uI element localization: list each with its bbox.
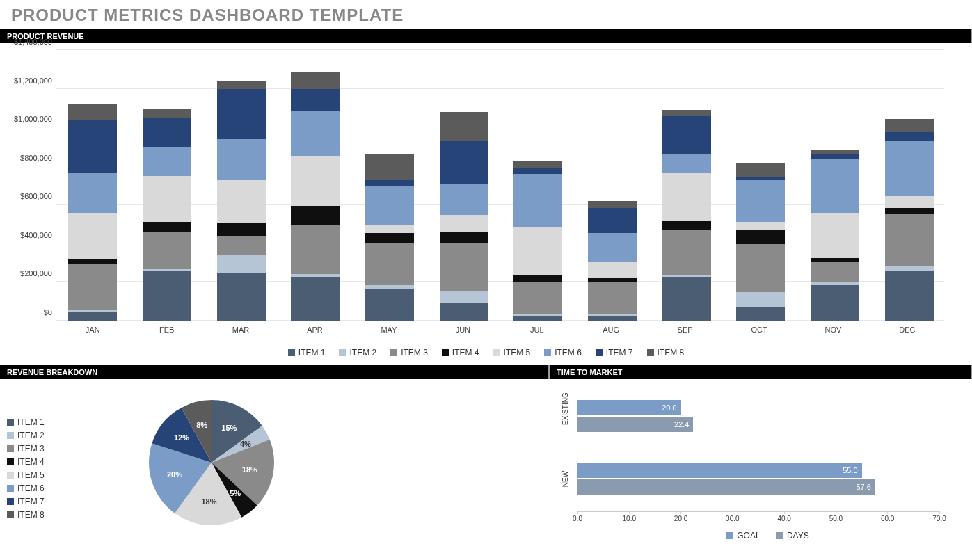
bar-segment <box>217 81 266 89</box>
x-axis-label: FEB <box>129 321 203 342</box>
bar-segment <box>513 227 562 275</box>
bar-segment <box>513 282 562 314</box>
y-axis-label: $1,000,000 <box>7 115 52 123</box>
legend-days: DAYS <box>776 531 809 541</box>
hbar: 57.6 <box>577 479 875 495</box>
pie-legend-item: ITEM 6 <box>7 483 45 493</box>
hbar-legend: GOAL DAYS <box>577 525 958 547</box>
bar-segment <box>217 223 266 236</box>
bar-segment <box>440 243 488 291</box>
product-revenue-chart: $0$200,000$400,000$600,000$800,000$1,000… <box>0 43 972 361</box>
bar-segment <box>217 273 266 321</box>
bar-segment <box>885 196 934 208</box>
bar-segment <box>440 184 488 215</box>
x-axis-label: OCT <box>722 321 796 342</box>
pie-legend-item: ITEM 2 <box>7 431 45 440</box>
bar-segment <box>513 174 562 227</box>
hbar: 55.0 <box>577 463 862 478</box>
bar-segment <box>885 214 934 266</box>
bar-segment <box>588 262 637 278</box>
x-axis-label: MAR <box>204 321 278 342</box>
pie-label: 18% <box>241 465 257 474</box>
bar-chart-legend: ITEM 1ITEM 2ITEM 3ITEM 4ITEM 5ITEM 6ITEM… <box>14 342 958 361</box>
bar-segment <box>736 292 785 307</box>
x-axis-label: MAY <box>352 321 426 342</box>
bar-segment <box>291 225 340 274</box>
hbar-ylabel: EXISTING <box>561 408 569 425</box>
bar-segment <box>143 232 191 269</box>
bar-segment <box>662 154 711 172</box>
bar-sep <box>662 110 711 321</box>
pie-legend-item: ITEM 1 <box>7 417 45 427</box>
bar-segment <box>291 89 340 111</box>
section-header-ttm: TIME TO MARKET <box>550 365 972 379</box>
bar-segment <box>291 277 340 321</box>
hbar-xtick: 70.0 <box>932 515 946 522</box>
revenue-breakdown-chart: ITEM 1ITEM 2ITEM 3ITEM 4ITEM 5ITEM 6ITEM… <box>0 379 550 532</box>
bar-mar <box>217 81 266 321</box>
bar-segment <box>440 291 488 303</box>
hbar-xtick: 50.0 <box>829 515 843 522</box>
page-title: PRODUCT METRICS DASHBOARD TEMPLATE <box>0 0 972 29</box>
pie-label: 5% <box>230 489 241 497</box>
pie-legend-item: ITEM 3 <box>7 444 45 454</box>
bar-segment <box>217 236 266 255</box>
bar-segment <box>68 312 117 321</box>
y-axis-label: $600,000 <box>7 192 52 200</box>
bar-segment <box>736 180 785 222</box>
bar-segment <box>68 259 117 264</box>
bar-jun <box>440 112 488 321</box>
section-header-breakdown: REVENUE BREAKDOWN <box>0 365 550 379</box>
bar-segment <box>440 141 488 184</box>
bar-segment <box>588 201 637 208</box>
y-axis-label: $1,400,000 <box>7 38 52 46</box>
bar-segment <box>365 180 414 187</box>
bar-segment <box>68 120 117 173</box>
hbar-xtick: 30.0 <box>726 515 739 522</box>
pie-legend-item: ITEM 7 <box>7 497 45 506</box>
hbar-xtick: 40.0 <box>777 515 790 522</box>
y-axis-label: $200,000 <box>7 269 52 278</box>
hbar-xtick: 60.0 <box>881 515 894 522</box>
bar-segment <box>68 173 117 213</box>
x-axis-label: JAN <box>56 321 129 342</box>
bar-segment <box>736 163 785 177</box>
bar-segment <box>662 110 711 115</box>
x-axis-label: JUL <box>500 321 574 342</box>
y-axis-label: $1,200,000 <box>7 77 52 85</box>
bar-segment <box>217 180 266 224</box>
bar-segment <box>811 262 859 283</box>
hbar-xtick: 10.0 <box>623 515 636 522</box>
legend-item: ITEM 4 <box>442 348 479 358</box>
bar-segment <box>440 112 488 140</box>
bar-segment <box>513 275 562 282</box>
bar-segment <box>365 243 414 285</box>
bar-feb <box>143 109 191 321</box>
bar-segment <box>291 111 340 156</box>
pie-label: 12% <box>174 433 189 442</box>
bar-segment <box>217 255 266 273</box>
pie-label: 15% <box>221 424 237 432</box>
bar-segment <box>736 244 785 293</box>
bar-segment <box>440 215 488 232</box>
bar-segment <box>588 208 637 233</box>
x-axis-label: AUG <box>574 321 648 342</box>
bar-segment <box>811 154 859 159</box>
bar-apr <box>291 72 340 321</box>
pie-label: 18% <box>201 497 216 506</box>
hbar-group-new: NEW55.057.6 <box>577 463 939 504</box>
section-header-revenue: PRODUCT REVENUE <box>0 29 972 43</box>
bar-segment <box>68 104 117 120</box>
bar-segment <box>68 213 117 258</box>
bar-nov <box>811 150 859 321</box>
pie-legend-item: ITEM 5 <box>7 470 45 480</box>
bar-segment <box>440 303 488 321</box>
bar-segment <box>143 118 191 147</box>
bar-segment <box>217 139 266 180</box>
bar-segment <box>885 119 934 133</box>
bar-segment <box>885 271 934 321</box>
x-axis-label: APR <box>278 321 351 342</box>
legend-item: ITEM 8 <box>647 348 685 358</box>
bar-segment <box>662 277 711 321</box>
bar-segment <box>365 186 414 225</box>
